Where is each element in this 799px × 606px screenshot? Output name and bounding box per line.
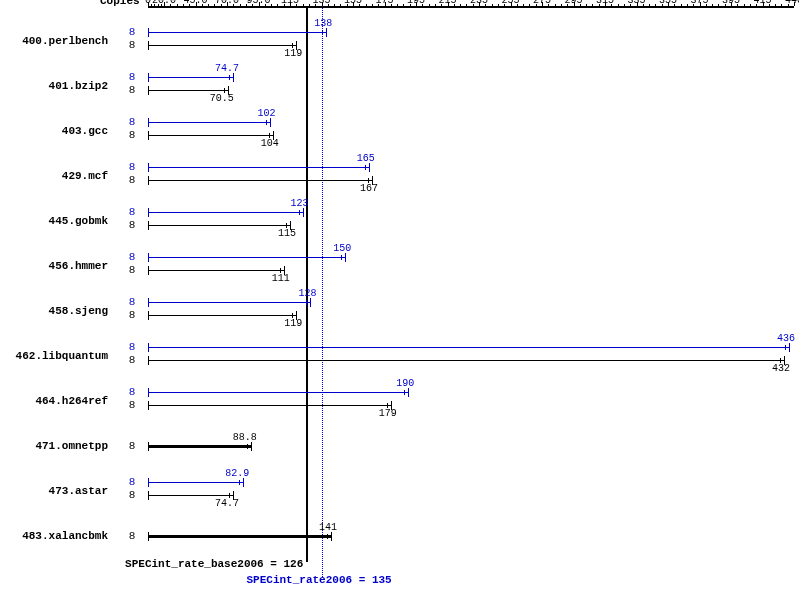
benchmark-label: 429.mcf xyxy=(8,170,108,182)
axis-minor-tick xyxy=(296,4,297,6)
copies-base: 8 xyxy=(122,84,142,96)
bar-end-tick xyxy=(251,442,252,451)
bar-start-tick xyxy=(148,311,149,320)
axis-minor-tick xyxy=(485,4,486,6)
copies-peak: 8 xyxy=(122,26,142,38)
bar-inner-tick xyxy=(341,255,342,260)
bar-inner-tick xyxy=(327,534,328,539)
bar-end-tick xyxy=(789,343,790,352)
axis-minor-tick xyxy=(466,4,467,6)
value-label-peak: 436 xyxy=(777,333,795,344)
bar-inner-tick xyxy=(229,75,230,80)
value-label-base: 111 xyxy=(272,273,290,284)
value-label-peak: 165 xyxy=(357,153,375,164)
axis-minor-tick xyxy=(265,4,266,6)
copies-peak: 8 xyxy=(122,476,142,488)
copies-base: 8 xyxy=(122,264,142,276)
axis-minor-tick xyxy=(561,4,562,6)
bar-end-tick xyxy=(331,532,332,541)
axis-minor-tick xyxy=(492,4,493,6)
value-label-peak: 190 xyxy=(396,378,414,389)
bar-start-tick xyxy=(148,442,149,451)
bar-start-tick xyxy=(148,41,149,50)
axis-minor-tick xyxy=(737,4,738,6)
axis-minor-tick xyxy=(775,4,776,6)
footer-peak-score: SPECint_rate2006 = 135 xyxy=(247,574,392,586)
copies-peak: 8 xyxy=(122,296,142,308)
value-label-base: 119 xyxy=(284,48,302,59)
axis-tick-label: 0 xyxy=(145,0,151,6)
axis-minor-tick xyxy=(435,4,436,6)
axis-minor-tick xyxy=(750,4,751,6)
axis-tick-label: 45.0 xyxy=(183,0,207,6)
axis-line xyxy=(148,6,794,8)
axis-minor-tick xyxy=(618,4,619,6)
axis-minor-tick xyxy=(769,4,770,6)
axis-minor-tick xyxy=(649,4,650,6)
bar-end-tick xyxy=(243,478,244,487)
value-label-base: 74.7 xyxy=(215,498,239,509)
axis-minor-tick xyxy=(529,4,530,6)
axis-minor-tick xyxy=(674,4,675,6)
benchmark-label: 445.gobmk xyxy=(8,215,108,227)
axis-tick-label: 95.0 xyxy=(246,0,270,6)
bar-start-tick xyxy=(148,221,149,230)
axis-minor-tick xyxy=(277,4,278,6)
axis-minor-tick xyxy=(328,4,329,6)
copies-base: 8 xyxy=(122,440,142,452)
bar-peak xyxy=(148,212,303,213)
axis-minor-tick xyxy=(240,4,241,6)
bar-inner-tick xyxy=(322,30,323,35)
copies-peak: 8 xyxy=(122,116,142,128)
bar-inner-tick xyxy=(239,480,240,485)
benchmark-label: 401.bzip2 xyxy=(8,80,108,92)
axis-tick-label: 70.0 xyxy=(215,0,239,6)
reference-line-peak xyxy=(322,6,323,577)
reference-line-base xyxy=(306,6,308,562)
bar-peak xyxy=(148,77,233,78)
axis-minor-tick xyxy=(681,4,682,6)
copies-base: 8 xyxy=(122,174,142,186)
value-label-base: 179 xyxy=(379,408,397,419)
value-label-peak: 138 xyxy=(314,18,332,29)
chart-root: Copies020.045.070.095.011513515517519521… xyxy=(0,0,799,606)
axis-minor-tick xyxy=(548,4,549,6)
bar-start-tick xyxy=(148,28,149,37)
bar-start-tick xyxy=(148,266,149,275)
axis-minor-tick xyxy=(523,4,524,6)
copies-base: 8 xyxy=(122,354,142,366)
bar-base xyxy=(148,45,296,46)
axis-minor-tick xyxy=(498,4,499,6)
value-label-peak: 74.7 xyxy=(215,63,239,74)
benchmark-label: 473.astar xyxy=(8,485,108,497)
axis-minor-tick xyxy=(712,4,713,6)
bar-inner-tick xyxy=(365,165,366,170)
axis-minor-tick xyxy=(359,4,360,6)
bar-base xyxy=(148,535,331,538)
bar-start-tick xyxy=(148,532,149,541)
axis-minor-tick xyxy=(586,4,587,6)
bar-start-tick xyxy=(148,401,149,410)
value-label-peak: 150 xyxy=(333,243,351,254)
copies-peak: 8 xyxy=(122,386,142,398)
bar-end-tick xyxy=(303,208,304,217)
bar-end-tick xyxy=(369,163,370,172)
axis-minor-tick xyxy=(611,4,612,6)
axis-minor-tick xyxy=(460,4,461,6)
bar-base xyxy=(148,90,228,91)
axis-minor-tick xyxy=(334,4,335,6)
copies-base: 8 xyxy=(122,39,142,51)
value-label-base: 104 xyxy=(261,138,279,149)
axis-minor-tick xyxy=(233,4,234,6)
bar-inner-tick xyxy=(266,120,267,125)
bar-inner-tick xyxy=(299,210,300,215)
axis-minor-tick xyxy=(555,4,556,6)
axis-minor-tick xyxy=(303,4,304,6)
copies-base: 8 xyxy=(122,219,142,231)
benchmark-label: 458.sjeng xyxy=(8,305,108,317)
axis-minor-tick xyxy=(372,4,373,6)
bar-base xyxy=(148,405,391,406)
bar-start-tick xyxy=(148,253,149,262)
bar-peak xyxy=(148,482,243,483)
axis-minor-tick xyxy=(366,4,367,6)
